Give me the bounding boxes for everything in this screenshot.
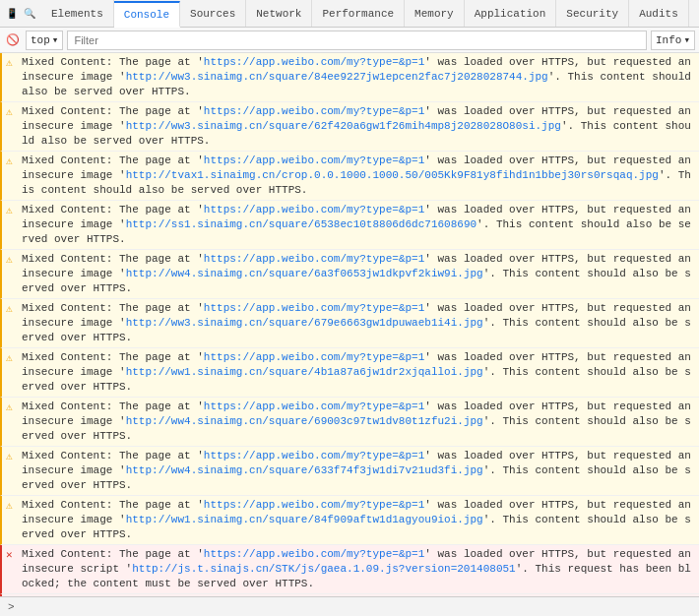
log-text: Mixed Content: The page at 'https://app.…	[22, 55, 695, 99]
log-text: Mixed Content: The page at 'https://app.…	[22, 301, 695, 345]
log-entry: ⚠Mixed Content: The page at 'https://app…	[0, 398, 699, 447]
log-link[interactable]: http://ss1.sinaimg.cn/square/6538ec10t88…	[126, 218, 477, 230]
log-link[interactable]: https://app.weibo.com/my?type=&p=1	[204, 499, 424, 511]
log-entry: ⚠Mixed Content: The page at 'https://app…	[0, 250, 699, 299]
log-link[interactable]: http://ww1.sinaimg.cn/square/4b1a87a6jw1…	[126, 366, 483, 378]
log-link[interactable]: https://app.weibo.com/my?type=&p=1	[204, 548, 424, 560]
tab-security[interactable]: Security	[556, 0, 629, 27]
log-link[interactable]: http://ww3.sinaimg.cn/square/62f420a6gw1…	[126, 120, 561, 132]
log-link[interactable]: http://ww3.sinaimg.cn/square/84ee9227jw1…	[126, 71, 548, 83]
device-toolbar-icon[interactable]: 📱	[4, 6, 20, 22]
log-text: Mixed Content: The page at 'https://app.…	[22, 203, 695, 247]
log-link[interactable]: https://app.weibo.com/my?type=&p=1	[204, 351, 424, 363]
log-link[interactable]: http://ww1.sinaimg.cn/square/84f909aftw1…	[126, 514, 483, 525]
log-entry: ⚠Mixed Content: The page at 'https://app…	[0, 496, 699, 545]
log-entry: ✕Mixed Content: The page at 'https://app…	[0, 594, 699, 596]
log-text: Mixed Content: The page at 'https://app.…	[22, 104, 695, 149]
log-level-dropdown-icon: ▾	[683, 33, 690, 46]
warning-icon: ⚠	[6, 56, 13, 71]
log-link[interactable]: http://ww4.sinaimg.cn/square/6a3f0653jw1…	[126, 268, 483, 279]
warning-icon: ⚠	[6, 499, 13, 514]
log-text: Mixed Content: The page at 'https://app.…	[22, 449, 695, 493]
log-link[interactable]: https://app.weibo.com/my?type=&p=1	[204, 56, 424, 68]
log-text: Mixed Content: The page at 'https://app.…	[22, 350, 695, 395]
devtools-icons: 📱 🔍	[0, 6, 41, 22]
error-icon: ✕	[6, 548, 13, 563]
console-prompt[interactable]: >	[8, 601, 15, 613]
console-output: ⚠Mixed Content: The page at 'https://app…	[0, 53, 699, 596]
log-entry: ⚠Mixed Content: The page at 'https://app…	[0, 152, 699, 201]
warning-icon: ⚠	[6, 302, 13, 317]
log-link[interactable]: https://app.weibo.com/my?type=&p=1	[204, 204, 424, 216]
warning-icon: ⚠	[6, 154, 13, 169]
tab-application[interactable]: Application	[465, 0, 557, 27]
log-link[interactable]: https://app.weibo.com/my?type=&p=1	[204, 105, 424, 117]
context-dropdown-icon: ▾	[52, 33, 59, 46]
bottom-bar: >	[0, 596, 699, 616]
log-link[interactable]: https://app.weibo.com/my?type=&p=1	[204, 400, 424, 412]
log-entry: ⚠Mixed Content: The page at 'https://app…	[0, 53, 699, 102]
log-text: Mixed Content: The page at 'https://app.…	[22, 498, 695, 542]
log-level-selector[interactable]: Info ▾	[651, 31, 695, 50]
warning-icon: ⚠	[6, 400, 13, 415]
warning-icon: ⚠	[6, 105, 13, 120]
log-level-label: Info	[656, 34, 681, 46]
log-text: Mixed Content: The page at 'https://app.…	[22, 547, 695, 591]
tab-audits[interactable]: Audits	[629, 0, 689, 27]
log-text: Mixed Content: The page at 'https://app.…	[22, 400, 695, 444]
tab-network[interactable]: Network	[246, 0, 312, 27]
log-link[interactable]: http://js.t.sinajs.cn/STK/js/gaea.1.09.j…	[132, 563, 515, 575]
log-text: Mixed Content: The page at 'https://app.…	[22, 252, 695, 296]
log-link[interactable]: https://app.weibo.com/my?type=&p=1	[204, 450, 424, 462]
log-link[interactable]: http://ww4.sinaimg.cn/square/69003c97tw1…	[126, 415, 483, 427]
log-entry: ⚠Mixed Content: The page at 'https://app…	[0, 102, 699, 152]
tab-bar: 📱 🔍 Elements Console Sources Network Per…	[0, 0, 699, 28]
tab-memory[interactable]: Memory	[405, 0, 465, 27]
warning-icon: ⚠	[6, 450, 13, 464]
log-entry: ⚠Mixed Content: The page at 'https://app…	[0, 299, 699, 348]
warning-icon: ⚠	[6, 351, 13, 366]
tab-console[interactable]: Console	[114, 1, 180, 28]
warning-icon: ⚠	[6, 253, 13, 268]
warning-icon: ⚠	[6, 204, 13, 218]
log-link[interactable]: https://app.weibo.com/my?type=&p=1	[204, 302, 424, 314]
tab-sources[interactable]: Sources	[180, 0, 246, 27]
filter-input[interactable]	[67, 31, 647, 50]
log-link[interactable]: http://ww3.sinaimg.cn/square/679e6663gw1…	[126, 317, 483, 329]
log-entry: ✕Mixed Content: The page at 'https://app…	[0, 545, 699, 594]
log-entry: ⚠Mixed Content: The page at 'https://app…	[0, 348, 699, 398]
log-text: Mixed Content: The page at 'https://app.…	[22, 154, 695, 198]
inspect-icon[interactable]: 🔍	[22, 6, 37, 22]
context-selector[interactable]: top ▾	[26, 31, 63, 50]
log-link[interactable]: http://ww4.sinaimg.cn/square/633f74f3jw1…	[126, 464, 483, 476]
log-entry: ⚠Mixed Content: The page at 'https://app…	[0, 447, 699, 496]
context-label: top	[31, 34, 50, 46]
log-link[interactable]: https://app.weibo.com/my?type=&p=1	[204, 154, 424, 166]
tab-elements[interactable]: Elements	[41, 0, 114, 27]
clear-console-button[interactable]: 🚫	[4, 31, 22, 49]
log-link[interactable]: https://app.weibo.com/my?type=&p=1	[204, 253, 424, 265]
tab-performance[interactable]: Performance	[312, 0, 405, 27]
log-link[interactable]: http://tvax1.sinaimg.cn/crop.0.0.1000.10…	[126, 169, 659, 181]
console-toolbar: 🚫 top ▾ Info ▾	[0, 28, 699, 53]
log-entry: ⚠Mixed Content: The page at 'https://app…	[0, 201, 699, 250]
